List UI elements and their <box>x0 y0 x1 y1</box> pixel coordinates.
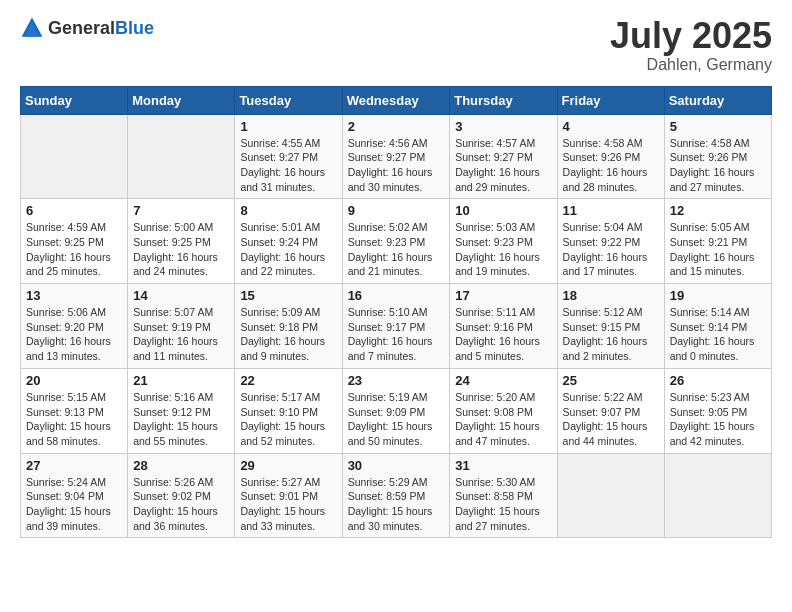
calendar-cell: 20 Sunrise: 5:15 AMSunset: 9:13 PMDaylig… <box>21 368 128 453</box>
calendar-week-row: 6 Sunrise: 4:59 AMSunset: 9:25 PMDayligh… <box>21 199 772 284</box>
calendar-cell: 9 Sunrise: 5:02 AMSunset: 9:23 PMDayligh… <box>342 199 450 284</box>
calendar-week-row: 1 Sunrise: 4:55 AMSunset: 9:27 PMDayligh… <box>21 114 772 199</box>
day-number: 10 <box>455 203 551 218</box>
day-info: Sunrise: 5:12 AMSunset: 9:15 PMDaylight:… <box>563 305 659 364</box>
day-info: Sunrise: 4:58 AMSunset: 9:26 PMDaylight:… <box>670 136 766 195</box>
day-info: Sunrise: 4:56 AMSunset: 9:27 PMDaylight:… <box>348 136 445 195</box>
calendar-cell: 31 Sunrise: 5:30 AMSunset: 8:58 PMDaylig… <box>450 453 557 538</box>
day-info: Sunrise: 5:09 AMSunset: 9:18 PMDaylight:… <box>240 305 336 364</box>
day-info: Sunrise: 5:19 AMSunset: 9:09 PMDaylight:… <box>348 390 445 449</box>
calendar-cell: 8 Sunrise: 5:01 AMSunset: 9:24 PMDayligh… <box>235 199 342 284</box>
logo-icon <box>20 16 44 40</box>
calendar-cell: 23 Sunrise: 5:19 AMSunset: 9:09 PMDaylig… <box>342 368 450 453</box>
day-number: 13 <box>26 288 122 303</box>
day-info: Sunrise: 5:14 AMSunset: 9:14 PMDaylight:… <box>670 305 766 364</box>
day-info: Sunrise: 5:20 AMSunset: 9:08 PMDaylight:… <box>455 390 551 449</box>
day-info: Sunrise: 4:58 AMSunset: 9:26 PMDaylight:… <box>563 136 659 195</box>
day-number: 17 <box>455 288 551 303</box>
logo: GeneralBlue <box>20 16 154 40</box>
day-info: Sunrise: 5:07 AMSunset: 9:19 PMDaylight:… <box>133 305 229 364</box>
calendar-cell: 16 Sunrise: 5:10 AMSunset: 9:17 PMDaylig… <box>342 284 450 369</box>
calendar-cell: 26 Sunrise: 5:23 AMSunset: 9:05 PMDaylig… <box>664 368 771 453</box>
day-number: 15 <box>240 288 336 303</box>
calendar-cell: 30 Sunrise: 5:29 AMSunset: 8:59 PMDaylig… <box>342 453 450 538</box>
day-number: 27 <box>26 458 122 473</box>
day-info: Sunrise: 5:17 AMSunset: 9:10 PMDaylight:… <box>240 390 336 449</box>
day-info: Sunrise: 5:11 AMSunset: 9:16 PMDaylight:… <box>455 305 551 364</box>
header-wednesday: Wednesday <box>342 86 450 114</box>
day-info: Sunrise: 5:05 AMSunset: 9:21 PMDaylight:… <box>670 220 766 279</box>
day-info: Sunrise: 5:10 AMSunset: 9:17 PMDaylight:… <box>348 305 445 364</box>
day-info: Sunrise: 5:06 AMSunset: 9:20 PMDaylight:… <box>26 305 122 364</box>
day-info: Sunrise: 5:16 AMSunset: 9:12 PMDaylight:… <box>133 390 229 449</box>
day-info: Sunrise: 5:00 AMSunset: 9:25 PMDaylight:… <box>133 220 229 279</box>
day-info: Sunrise: 5:04 AMSunset: 9:22 PMDaylight:… <box>563 220 659 279</box>
day-number: 22 <box>240 373 336 388</box>
day-number: 1 <box>240 119 336 134</box>
calendar-cell: 19 Sunrise: 5:14 AMSunset: 9:14 PMDaylig… <box>664 284 771 369</box>
calendar-week-row: 13 Sunrise: 5:06 AMSunset: 9:20 PMDaylig… <box>21 284 772 369</box>
day-number: 12 <box>670 203 766 218</box>
day-number: 16 <box>348 288 445 303</box>
calendar-cell: 22 Sunrise: 5:17 AMSunset: 9:10 PMDaylig… <box>235 368 342 453</box>
day-info: Sunrise: 4:55 AMSunset: 9:27 PMDaylight:… <box>240 136 336 195</box>
calendar-cell: 21 Sunrise: 5:16 AMSunset: 9:12 PMDaylig… <box>128 368 235 453</box>
calendar-cell: 24 Sunrise: 5:20 AMSunset: 9:08 PMDaylig… <box>450 368 557 453</box>
day-number: 29 <box>240 458 336 473</box>
calendar-cell: 10 Sunrise: 5:03 AMSunset: 9:23 PMDaylig… <box>450 199 557 284</box>
day-number: 21 <box>133 373 229 388</box>
day-number: 31 <box>455 458 551 473</box>
day-info: Sunrise: 5:26 AMSunset: 9:02 PMDaylight:… <box>133 475 229 534</box>
header-monday: Monday <box>128 86 235 114</box>
calendar-cell: 18 Sunrise: 5:12 AMSunset: 9:15 PMDaylig… <box>557 284 664 369</box>
calendar-week-row: 20 Sunrise: 5:15 AMSunset: 9:13 PMDaylig… <box>21 368 772 453</box>
calendar-cell: 7 Sunrise: 5:00 AMSunset: 9:25 PMDayligh… <box>128 199 235 284</box>
calendar-cell <box>21 114 128 199</box>
day-number: 25 <box>563 373 659 388</box>
day-info: Sunrise: 5:30 AMSunset: 8:58 PMDaylight:… <box>455 475 551 534</box>
day-info: Sunrise: 5:24 AMSunset: 9:04 PMDaylight:… <box>26 475 122 534</box>
header-sunday: Sunday <box>21 86 128 114</box>
day-number: 23 <box>348 373 445 388</box>
calendar-cell: 29 Sunrise: 5:27 AMSunset: 9:01 PMDaylig… <box>235 453 342 538</box>
day-number: 8 <box>240 203 336 218</box>
header-thursday: Thursday <box>450 86 557 114</box>
day-number: 4 <box>563 119 659 134</box>
day-number: 18 <box>563 288 659 303</box>
calendar-cell <box>557 453 664 538</box>
header: GeneralBlue July 2025 Dahlen, Germany <box>20 16 772 74</box>
day-number: 9 <box>348 203 445 218</box>
calendar-table: Sunday Monday Tuesday Wednesday Thursday… <box>20 86 772 539</box>
day-number: 2 <box>348 119 445 134</box>
day-info: Sunrise: 5:23 AMSunset: 9:05 PMDaylight:… <box>670 390 766 449</box>
calendar-cell: 14 Sunrise: 5:07 AMSunset: 9:19 PMDaylig… <box>128 284 235 369</box>
header-tuesday: Tuesday <box>235 86 342 114</box>
day-info: Sunrise: 4:57 AMSunset: 9:27 PMDaylight:… <box>455 136 551 195</box>
calendar-cell: 13 Sunrise: 5:06 AMSunset: 9:20 PMDaylig… <box>21 284 128 369</box>
day-number: 24 <box>455 373 551 388</box>
calendar-week-row: 27 Sunrise: 5:24 AMSunset: 9:04 PMDaylig… <box>21 453 772 538</box>
day-info: Sunrise: 5:02 AMSunset: 9:23 PMDaylight:… <box>348 220 445 279</box>
calendar-cell: 15 Sunrise: 5:09 AMSunset: 9:18 PMDaylig… <box>235 284 342 369</box>
calendar-cell: 25 Sunrise: 5:22 AMSunset: 9:07 PMDaylig… <box>557 368 664 453</box>
day-number: 11 <box>563 203 659 218</box>
day-info: Sunrise: 5:27 AMSunset: 9:01 PMDaylight:… <box>240 475 336 534</box>
day-info: Sunrise: 5:01 AMSunset: 9:24 PMDaylight:… <box>240 220 336 279</box>
calendar-cell: 6 Sunrise: 4:59 AMSunset: 9:25 PMDayligh… <box>21 199 128 284</box>
logo-text-blue: Blue <box>115 18 154 38</box>
calendar-cell: 5 Sunrise: 4:58 AMSunset: 9:26 PMDayligh… <box>664 114 771 199</box>
day-info: Sunrise: 5:29 AMSunset: 8:59 PMDaylight:… <box>348 475 445 534</box>
calendar-cell: 4 Sunrise: 4:58 AMSunset: 9:26 PMDayligh… <box>557 114 664 199</box>
header-saturday: Saturday <box>664 86 771 114</box>
calendar-cell: 3 Sunrise: 4:57 AMSunset: 9:27 PMDayligh… <box>450 114 557 199</box>
day-info: Sunrise: 5:22 AMSunset: 9:07 PMDaylight:… <box>563 390 659 449</box>
main-title: July 2025 <box>610 16 772 56</box>
logo-text-general: General <box>48 18 115 38</box>
calendar-cell: 2 Sunrise: 4:56 AMSunset: 9:27 PMDayligh… <box>342 114 450 199</box>
day-info: Sunrise: 4:59 AMSunset: 9:25 PMDaylight:… <box>26 220 122 279</box>
header-friday: Friday <box>557 86 664 114</box>
title-area: July 2025 Dahlen, Germany <box>610 16 772 74</box>
day-number: 20 <box>26 373 122 388</box>
calendar-cell: 17 Sunrise: 5:11 AMSunset: 9:16 PMDaylig… <box>450 284 557 369</box>
day-number: 7 <box>133 203 229 218</box>
